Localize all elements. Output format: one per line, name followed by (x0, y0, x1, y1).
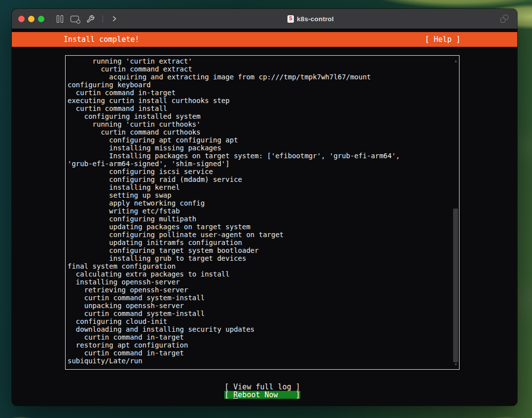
installer-title: Install complete! (64, 32, 140, 47)
new-window-button[interactable] (500, 15, 508, 23)
reboot-hotkey: R (233, 390, 238, 399)
scrollbar-thumb[interactable] (453, 209, 458, 362)
vm-icon: S (287, 15, 294, 23)
pause-vm-button[interactable] (57, 15, 63, 23)
terminal-screen: Install complete! [ Help ] running 'curt… (12, 29, 517, 406)
pause-icon (57, 15, 63, 23)
wrench-icon (86, 15, 95, 23)
reboot-now-button[interactable]: [ Reboot Now ] (224, 391, 300, 399)
reboot-label-open: [ (224, 390, 233, 399)
installer-header: Install complete! [ Help ] (12, 32, 517, 47)
install-log-viewer[interactable]: running 'curtin extract' curtin command … (65, 55, 460, 370)
expand-toolbar-button[interactable] (111, 15, 118, 22)
installer-footer: [ View full log ] [ Reboot Now ] (65, 383, 460, 399)
install-log-text: running 'curtin extract' curtin command … (68, 57, 400, 365)
window-title-group: S k8s-control (287, 9, 334, 29)
window-titlebar[interactable]: S k8s-control (12, 9, 517, 29)
vm-icon-glyph: S (289, 16, 292, 21)
zoom-button[interactable] (38, 16, 44, 22)
view-full-log-button[interactable]: [ View full log ] (224, 383, 300, 391)
scrollbar-track[interactable]: ▲ ▼ (453, 56, 459, 369)
traffic-lights (12, 16, 44, 22)
save-state-display-icon (71, 16, 79, 22)
save-state-button[interactable] (71, 16, 79, 22)
close-button[interactable] (18, 16, 25, 22)
window-copy-icon (500, 15, 508, 23)
chevron-right-icon (111, 15, 118, 22)
reboot-label-close: ] (278, 390, 300, 399)
window-title: k8s-control (297, 15, 334, 23)
help-button[interactable]: [ Help ] (425, 32, 461, 47)
toolbar-divider (103, 15, 103, 23)
tools-button[interactable] (86, 15, 95, 23)
minimize-button[interactable] (28, 16, 35, 22)
scroll-up-icon[interactable]: ▲ (453, 59, 459, 63)
reboot-label-rest: eboot Now (238, 390, 278, 399)
vm-window: S k8s-control Install complete! [ Help ]… (12, 9, 517, 406)
scroll-down-icon[interactable]: ▼ (453, 363, 459, 367)
